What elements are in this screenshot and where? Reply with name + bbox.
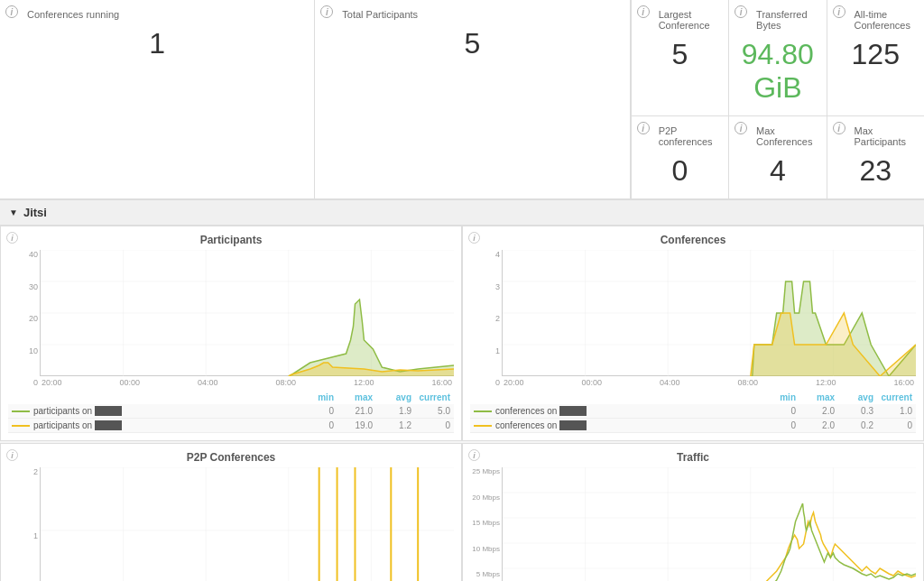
stat-all-time-conferences: i All-time Conferences 125	[827, 0, 924, 115]
stat-conferences-running: i Conferences running 1	[0, 0, 315, 198]
p2p-chart-area	[40, 467, 454, 581]
participants-svg	[41, 250, 454, 376]
traffic-svg	[503, 467, 916, 581]
conferences-legend: min max avg current conferences on 0 2.0…	[470, 391, 916, 433]
info-icon-conferences-chart[interactable]: i	[468, 232, 480, 244]
p2p-chart-panel: i P2P Conferences 2 1 0	[1, 444, 461, 581]
transferred-bytes-title: Transferred Bytes	[756, 9, 815, 31]
info-icon-alltime[interactable]: i	[833, 5, 845, 18]
stat-max-conferences: i Max Conferences 4	[729, 116, 827, 198]
total-participants-value: 5	[326, 23, 618, 64]
conf-legend-line-green	[474, 410, 492, 412]
max-participants-title: Max Participants	[855, 125, 913, 147]
stats-bar: i Conferences running 1 i Total Particip…	[0, 0, 924, 199]
stat-transferred-bytes: i Transferred Bytes 94.80 GiB	[729, 0, 827, 115]
info-icon-conferences[interactable]: i	[5, 5, 18, 18]
info-icon-p2p[interactable]: i	[637, 122, 650, 134]
stat-p2p-conferences: i P2P conferences 0	[632, 116, 729, 198]
info-icon-largest[interactable]: i	[637, 5, 650, 18]
p2p-chart-title: P2P Conferences	[8, 451, 454, 464]
stat-max-participants: i Max Participants 23	[827, 116, 924, 198]
info-icon-participants-chart[interactable]: i	[6, 232, 18, 244]
traffic-chart-area	[502, 467, 916, 581]
conferences-svg	[503, 250, 916, 376]
max-participants-value: 23	[838, 151, 913, 191]
charts-grid: i Participants 40 30 20 10 0	[0, 226, 924, 441]
conf-legend-header: min max avg current	[470, 391, 916, 404]
conferences-chart-panel: i Conferences 4 3 2 1 0	[463, 226, 923, 440]
largest-conference-value: 5	[642, 34, 717, 75]
participants-chart-title: Participants	[8, 234, 454, 246]
p2p-conferences-title: P2P conferences	[659, 125, 717, 147]
traffic-chart-wrapper: 25 Mbps 20 Mbps 15 Mbps 10 Mbps 5 Mbps 0…	[502, 467, 916, 581]
conferences-running-title: Conferences running	[27, 9, 303, 20]
info-icon-p2p-chart[interactable]: i	[6, 449, 18, 461]
legend-line-green	[12, 410, 30, 412]
conferences-chart-area	[502, 250, 916, 376]
p2p-y-labels: 2 1 0	[11, 467, 38, 581]
traffic-y-labels: 25 Mbps 20 Mbps 15 Mbps 10 Mbps 5 Mbps 0…	[455, 467, 500, 581]
largest-conference-title: Largest Conference	[659, 9, 717, 31]
conferences-x-labels: 20:00 00:00 04:00 08:00 12:00 16:00	[502, 378, 916, 387]
participants-chart-panel: i Participants 40 30 20 10 0	[1, 226, 461, 440]
traffic-chart-panel: i Traffic 25 Mbps 20 Mbps 15 Mbps 10 Mbp…	[463, 444, 923, 581]
conf-legend-row-1: conferences on 0 2.0 0.2 0	[470, 419, 916, 433]
p2p-conferences-value: 0	[642, 151, 717, 191]
all-time-conferences-title: All-time Conferences	[855, 9, 913, 31]
conf-legend-line-yellow	[474, 425, 492, 427]
transferred-bytes-value: 94.80 GiB	[740, 34, 815, 108]
max-conferences-title: Max Conferences	[756, 125, 815, 147]
legend-header: min max avg current	[8, 391, 454, 404]
chevron-icon: ▼	[9, 208, 18, 217]
conf-legend-row-0: conferences on 0 2.0 0.3 1.0	[470, 404, 916, 419]
info-icon-maxpart[interactable]: i	[833, 122, 845, 134]
info-icon-participants[interactable]: i	[320, 5, 333, 18]
total-participants-title: Total Participants	[342, 9, 618, 20]
legend-row-1: participants on 0 19.0 1.2 0	[8, 419, 454, 433]
participants-x-labels: 20:00 00:00 04:00 08:00 12:00 16:00	[40, 378, 454, 387]
conferences-chart-title: Conferences	[470, 234, 916, 246]
max-conferences-value: 4	[740, 151, 815, 191]
conferences-running-value: 1	[11, 23, 303, 64]
info-icon-transferred[interactable]: i	[735, 5, 747, 18]
info-icon-maxconf[interactable]: i	[735, 122, 747, 134]
section-header-jitsi[interactable]: ▼ Jitsi	[0, 199, 924, 226]
legend-row-0: participants on 0 21.0 1.9 5.0	[8, 404, 454, 419]
traffic-chart-title: Traffic	[470, 451, 916, 464]
participants-chart-area	[40, 250, 454, 376]
participants-legend: min max avg current participants on 0 21…	[8, 391, 454, 433]
section-title: Jitsi	[23, 206, 47, 219]
stat-total-participants: i Total Participants 5	[315, 0, 630, 198]
info-icon-traffic-chart[interactable]: i	[468, 449, 480, 461]
bottom-charts-grid: i P2P Conferences 2 1 0	[0, 443, 924, 581]
p2p-chart-wrapper: 2 1 0	[40, 467, 454, 581]
stat-largest-conference: i Largest Conference 5	[632, 0, 729, 115]
participants-y-labels: 40 30 20 10 0	[11, 250, 38, 387]
conferences-y-labels: 4 3 2 1 0	[473, 250, 500, 387]
conferences-chart-wrapper: 4 3 2 1 0	[502, 250, 916, 387]
svg-marker-8	[41, 300, 454, 376]
legend-line-yellow	[12, 425, 30, 427]
p2p-svg	[41, 467, 454, 581]
all-time-conferences-value: 125	[838, 34, 913, 75]
participants-chart-wrapper: 40 30 20 10 0	[40, 250, 454, 387]
